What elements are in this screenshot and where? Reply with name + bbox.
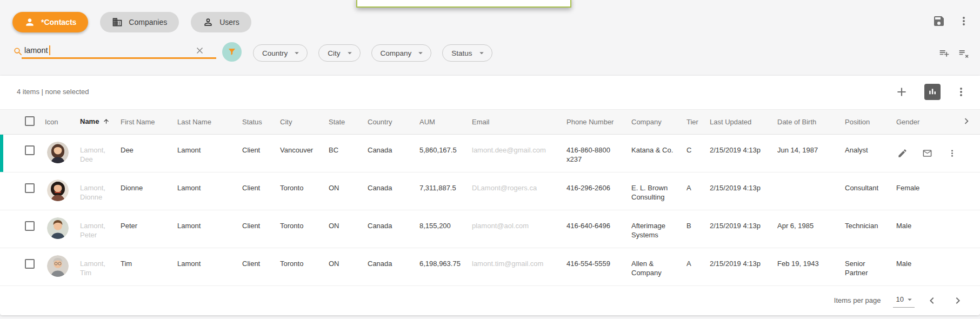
cell-select[interactable] xyxy=(0,248,41,286)
cell-avatar[interactable] xyxy=(41,248,76,286)
cell-select[interactable] xyxy=(0,210,41,248)
column-header-last-name[interactable]: Last Name xyxy=(173,110,238,135)
cell-company[interactable]: Afterimage Systems xyxy=(627,210,682,248)
column-header-country[interactable]: Country xyxy=(363,110,415,135)
select-all-header[interactable] xyxy=(0,110,41,135)
cell-company[interactable]: Katana & Co. xyxy=(627,135,682,172)
cell-status[interactable]: Client xyxy=(238,248,276,286)
cell-last-updated[interactable]: 2/15/2019 4:13p xyxy=(705,135,773,172)
column-header-company[interactable]: Company xyxy=(627,110,682,135)
cell-country[interactable]: Canada xyxy=(363,248,415,286)
column-header-city[interactable]: City xyxy=(276,110,324,135)
kebab-menu-icon[interactable] xyxy=(947,148,957,158)
cell-status[interactable]: Client xyxy=(238,210,276,248)
bar-chart-icon[interactable] xyxy=(924,84,941,100)
column-header-gender[interactable]: Gender xyxy=(892,110,943,135)
cell-select[interactable] xyxy=(0,135,41,172)
cell-first-name[interactable]: Dionne xyxy=(116,172,173,210)
column-header-dob[interactable]: Date of Birth xyxy=(773,110,841,135)
column-header-aum[interactable]: AUM xyxy=(415,110,468,135)
avatar[interactable] xyxy=(47,255,69,277)
column-header-icon[interactable]: Icon xyxy=(41,110,76,135)
row-checkbox[interactable] xyxy=(25,221,35,231)
avatar[interactable] xyxy=(47,142,69,163)
column-header-position[interactable]: Position xyxy=(841,110,892,135)
cell-last-updated[interactable]: 2/15/2019 4:13p xyxy=(705,172,773,210)
avatar[interactable] xyxy=(47,180,69,201)
cell-state[interactable]: ON xyxy=(324,248,363,286)
cell-state[interactable]: BC xyxy=(324,135,363,172)
cell-position[interactable]: Analyst xyxy=(841,135,892,172)
cell-dob[interactable]: Apr 6, 1985 xyxy=(773,210,841,248)
column-header-name[interactable]: Name xyxy=(76,110,116,135)
tab-users[interactable]: Users xyxy=(191,12,251,32)
cell-dob[interactable]: Jun 14, 1987 xyxy=(773,135,841,172)
cell-position[interactable]: Technician xyxy=(841,210,892,248)
cell-aum[interactable]: 6,198,963.75 xyxy=(415,248,468,286)
table-row[interactable]: Lamont, Dionne Dionne Lamont Client Toro… xyxy=(0,172,980,210)
cell-first-name[interactable]: Dee xyxy=(116,135,173,172)
cell-tier[interactable]: B xyxy=(682,210,705,248)
cell-phone[interactable]: 416-296-2606 xyxy=(562,172,627,210)
cell-tier[interactable]: A xyxy=(682,172,705,210)
cell-email[interactable]: lamont.dee@gmail.com xyxy=(468,135,562,172)
scroll-columns-right[interactable] xyxy=(943,110,980,135)
city-filter-dropdown[interactable]: City xyxy=(318,44,360,62)
cell-tier[interactable]: A xyxy=(682,248,705,286)
column-header-status[interactable]: Status xyxy=(238,110,276,135)
cell-last-name[interactable]: Lamont xyxy=(173,248,238,286)
save-icon[interactable] xyxy=(932,15,945,28)
cell-last-name[interactable]: Lamont xyxy=(173,172,238,210)
company-filter-dropdown[interactable]: Company xyxy=(371,44,432,62)
tab-contacts[interactable]: *Contacts xyxy=(12,12,88,32)
cell-aum[interactable]: 8,155,200 xyxy=(415,210,468,248)
cell-company[interactable]: Allen & Company xyxy=(627,248,682,286)
tab-companies[interactable]: Companies xyxy=(100,12,179,32)
cell-gender[interactable]: Male xyxy=(892,210,943,248)
email-envelope-icon[interactable] xyxy=(922,148,932,158)
cell-name[interactable]: Lamont, Dionne xyxy=(76,172,116,210)
kebab-menu-icon[interactable] xyxy=(957,15,970,28)
cell-tier[interactable]: C xyxy=(682,135,705,172)
playlist-add-icon[interactable] xyxy=(939,48,950,58)
cell-city[interactable]: Toronto xyxy=(276,248,324,286)
cell-select[interactable] xyxy=(0,172,41,210)
column-header-phone[interactable]: Phone Number xyxy=(562,110,627,135)
avatar[interactable] xyxy=(47,217,69,239)
column-header-first-name[interactable]: First Name xyxy=(116,110,173,135)
table-row[interactable]: Lamont, Peter Peter Lamont Client Toront… xyxy=(0,210,980,248)
plus-icon[interactable] xyxy=(895,85,909,99)
cell-last-name[interactable]: Lamont xyxy=(173,210,238,248)
cell-company[interactable]: E. L. Brown Consulting xyxy=(627,172,682,210)
cell-first-name[interactable]: Peter xyxy=(116,210,173,248)
cell-last-updated[interactable]: 2/15/2019 4:13p xyxy=(705,210,773,248)
column-header-last-updated[interactable]: Last Updated xyxy=(705,110,773,135)
cell-dob[interactable]: Feb 19, 1943 xyxy=(773,248,841,286)
cell-city[interactable]: Vancouver xyxy=(276,135,324,172)
cell-dob[interactable] xyxy=(773,172,841,210)
cell-email[interactable]: lamont.tim@gmail.com xyxy=(468,248,562,286)
cell-phone[interactable]: 416-640-6496 xyxy=(562,210,627,248)
column-header-email[interactable]: Email xyxy=(468,110,562,135)
row-checkbox[interactable] xyxy=(25,145,35,155)
country-filter-dropdown[interactable]: Country xyxy=(253,44,308,62)
cell-status[interactable]: Client xyxy=(238,172,276,210)
cell-country[interactable]: Canada xyxy=(363,172,415,210)
cell-phone[interactable]: 416-860-8800 x237 xyxy=(562,135,627,172)
cell-last-updated[interactable]: 2/15/2019 4:13p xyxy=(705,248,773,286)
cell-state[interactable]: ON xyxy=(324,172,363,210)
cell-status[interactable]: Client xyxy=(238,135,276,172)
table-row[interactable]: Lamont, Dee Dee Lamont Client Vancouver … xyxy=(0,135,980,172)
cell-gender[interactable]: Male xyxy=(892,248,943,286)
funnel-icon[interactable] xyxy=(222,42,242,62)
cell-country[interactable]: Canada xyxy=(363,135,415,172)
cell-position[interactable]: Senior Partner xyxy=(841,248,892,286)
chevron-right-icon[interactable] xyxy=(951,294,964,307)
cell-gender[interactable]: Female xyxy=(892,172,943,210)
chevron-left-icon[interactable] xyxy=(925,294,938,307)
partial-dialog[interactable] xyxy=(356,0,571,8)
cell-aum[interactable]: 7,311,887.5 xyxy=(415,172,468,210)
cell-aum[interactable]: 5,860,167.5 xyxy=(415,135,468,172)
cell-first-name[interactable]: Tim xyxy=(116,248,173,286)
cell-phone[interactable]: 416-554-5559 xyxy=(562,248,627,286)
